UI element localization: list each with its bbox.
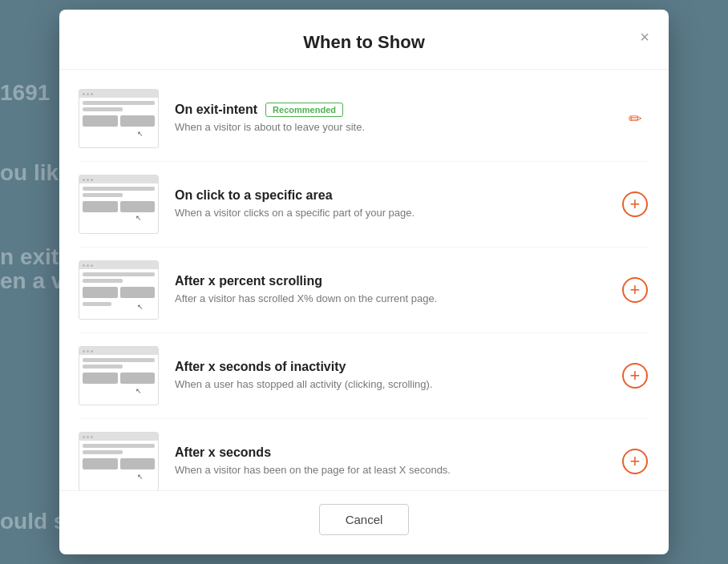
option-click-area[interactable]: ↖ On click to a specific area When a vis…: [79, 162, 649, 248]
option-info-scroll-percent: After x percent scrolling After a visito…: [175, 274, 605, 306]
option-info-inactivity: After x seconds of inactivity When a use…: [175, 360, 605, 392]
add-action-inactivity[interactable]: +: [621, 361, 649, 390]
option-title-exit-intent: On exit-intent: [175, 103, 257, 117]
option-info-exit-intent: On exit-intent Recommended When a visito…: [175, 103, 605, 135]
thumb-inactivity: ↖: [79, 346, 159, 405]
option-title-scroll-percent: After x percent scrolling: [175, 274, 322, 288]
modal-footer: Cancel: [59, 490, 669, 554]
add-action-scroll-percent[interactable]: +: [621, 276, 649, 304]
option-desc-scroll-percent: After a visitor has scrolled X% down on …: [175, 292, 605, 306]
option-info-click-area: On click to a specific area When a visit…: [175, 188, 605, 220]
add-icon-click-area: +: [622, 191, 648, 217]
option-inactivity[interactable]: ↖ After x seconds of inactivity When a u…: [79, 333, 649, 419]
add-icon-scroll-percent: +: [622, 277, 648, 303]
option-exit-intent[interactable]: ↖ On exit-intent Recommended When a visi…: [79, 76, 649, 162]
modal-title: When to Show: [79, 32, 649, 53]
close-button[interactable]: ×: [637, 26, 653, 48]
add-action-click-area[interactable]: +: [621, 190, 649, 219]
option-info-seconds: After x seconds When a visitor has been …: [175, 445, 605, 477]
option-seconds[interactable]: ↖ After x seconds When a visitor has bee…: [79, 419, 649, 490]
option-title-inactivity: After x seconds of inactivity: [175, 360, 346, 374]
thumb-scroll-percent: ↖: [79, 260, 159, 320]
option-desc-seconds: When a visitor has been on the page for …: [175, 463, 605, 477]
modal-dialog: When to Show × ↖: [59, 10, 669, 554]
thumb-click-area: ↖: [79, 175, 159, 234]
recommended-badge: Recommended: [265, 103, 343, 117]
modal-header: When to Show ×: [59, 10, 669, 70]
edit-icon: ✏: [629, 109, 642, 128]
option-desc-inactivity: When a user has stopped all activity (cl…: [175, 377, 605, 392]
option-title-seconds: After x seconds: [175, 445, 271, 460]
option-desc-exit-intent: When a visitor is about to leave your si…: [175, 120, 605, 135]
cancel-button[interactable]: Cancel: [319, 504, 410, 535]
add-icon-seconds: +: [622, 449, 648, 474]
thumb-exit-intent: ↖: [79, 89, 159, 148]
option-scroll-percent[interactable]: ↖ After x percent scrolling After a visi…: [79, 248, 649, 333]
add-action-seconds[interactable]: +: [621, 447, 649, 476]
modal-body: ↖ On exit-intent Recommended When a visi…: [59, 70, 669, 490]
option-title-click-area: On click to a specific area: [175, 188, 333, 203]
thumb-seconds: ↖: [79, 432, 159, 490]
edit-action-exit-intent[interactable]: ✏: [621, 104, 649, 133]
bg-text-1: 1691: [0, 80, 50, 106]
add-icon-inactivity: +: [622, 363, 648, 389]
option-desc-click-area: When a visitor clicks on a specific part…: [175, 206, 605, 220]
